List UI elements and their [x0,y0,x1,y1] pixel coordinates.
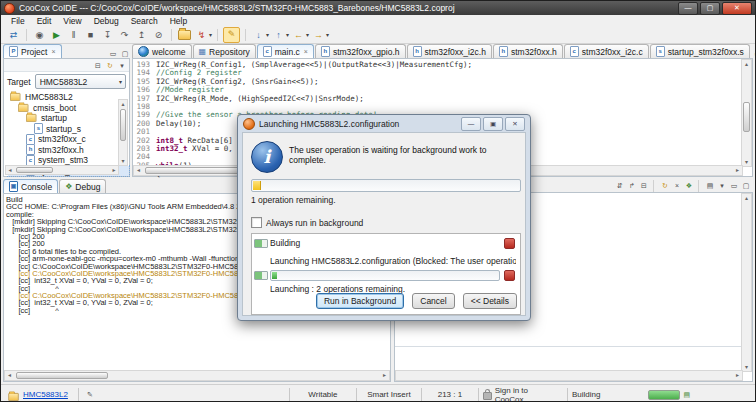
always-background-checkbox[interactable] [251,217,262,228]
stop-debug-icon[interactable]: ⊘ [151,28,166,42]
scroll-right-icon[interactable]: ▸ [733,371,742,379]
scroll-right-icon[interactable]: ▸ [110,166,118,174]
maximize-view-icon[interactable]: ▢ [741,181,751,190]
menu-view[interactable]: View [57,16,87,26]
scroll-down-icon[interactable]: ▾ [742,158,751,166]
dialog-minimize-button[interactable]: — [461,117,481,131]
editor-vscrollbar[interactable]: ▴ ▾ [741,59,752,167]
tab-stm32f0xx-i2c-c[interactable]: cstm32f0xx_i2c.c [564,44,649,58]
run-icon[interactable]: ▶ [49,28,64,42]
tab-console[interactable]: ▣ Console [3,179,58,193]
scroll-left-icon[interactable]: ◂ [5,371,14,379]
dialog-title-bar[interactable]: Launching HMC5883L2.configuration — ▣ ✕ [238,115,530,132]
forward-icon[interactable]: → [311,28,326,42]
scrollbar-thumb[interactable] [16,167,53,173]
highlight-build-icon[interactable]: ✎ [223,27,240,43]
word-wrap-icon[interactable]: ↱ [627,181,637,190]
scroll-lock-icon[interactable]: ⇵ [615,181,625,190]
menu-help[interactable]: Help [164,16,193,26]
always-background-row[interactable]: Always run in background [251,217,363,228]
tab-repository[interactable]: ▦Repository [193,44,256,58]
link-with-editor-icon[interactable]: ⊟ [93,61,103,70]
run-in-background-button[interactable]: Run in Background [316,293,404,309]
tree-item-cmsis-boot[interactable]: cmsis_boot [8,103,129,114]
scroll-down-icon[interactable]: ▾ [119,157,127,165]
fast-view-project[interactable]: HMC5883L2 [1,390,74,400]
tree-item-project-root[interactable]: HMC5883L2 [8,92,129,103]
step-over-icon[interactable]: ↷ [117,28,132,42]
switch-perspective-icon[interactable]: ⇄ [6,28,21,42]
dropdown-caret-icon[interactable]: ▾ [209,31,212,38]
tab-stm32f0xx-gpio-h[interactable]: hstm32f0xx_gpio.h [315,44,406,58]
scrollbar-thumb[interactable] [743,102,750,132]
maximize-view-icon[interactable]: ▢ [120,49,130,58]
tab-main-c[interactable]: cmain.c× [257,44,314,58]
stop-launch-button[interactable] [504,270,515,281]
minimize-view-icon[interactable]: ▭ [108,49,118,58]
step-into-icon[interactable]: ↧ [100,28,115,42]
tab-welcome[interactable]: welcome [132,44,192,58]
tab-project[interactable]: P Project × [3,44,62,58]
menu-search[interactable]: Search [125,16,164,26]
stop-build-button[interactable] [504,238,515,249]
minimize-button[interactable]: — [678,2,698,15]
menu-debug[interactable]: Debug [88,16,125,26]
close-tab-icon[interactable]: × [304,48,308,55]
open-console-icon[interactable]: ▤ [705,181,715,190]
tree-item-stm32f0xx-h[interactable]: hstm32f0xx.h [8,145,129,156]
signin-item[interactable]: Sign in to CooCox... [483,386,563,402]
scroll-down-icon[interactable]: ▾ [742,363,751,371]
dialog-close-button[interactable]: ✕ [505,117,525,131]
tree-item-startup[interactable]: startup [8,113,129,124]
details-button[interactable]: << Details [463,293,517,309]
scroll-right-icon[interactable]: ▸ [380,371,389,379]
view-menu-icon[interactable]: ▾ [717,181,727,190]
remove-terminated-icon[interactable]: × [672,181,682,190]
background-jobs-icon[interactable]: ▤ [682,390,692,399]
console-hscrollbar[interactable]: ◂ ▸ [4,370,390,381]
right-hscrollbar[interactable]: ▸ [395,370,743,381]
tree-item-startup-s[interactable]: sstartup_s [8,124,129,135]
refresh-icon[interactable]: ↻ [660,181,670,190]
tab-stm32f0xx-h[interactable]: hstm32f0xx.h [493,44,563,58]
stop-icon[interactable]: ■ [83,28,98,42]
tree-item-system-stm32[interactable]: csystem_stm3 [8,155,129,166]
refresh-icon[interactable]: ↻ [105,61,115,70]
scrollbar-thumb[interactable] [120,109,126,141]
scroll-left-icon[interactable]: ◂ [134,166,143,174]
pause-icon[interactable]: ‖ [66,28,81,42]
close-tab-icon[interactable]: × [51,48,55,55]
dropdown-caret-icon[interactable]: ▾ [306,31,309,38]
project-hscrollbar[interactable]: ◂ ▸ [5,165,119,175]
scroll-right-icon[interactable]: ▸ [733,166,742,174]
debug-view-icon[interactable]: ❖ [684,181,694,190]
dropdown-caret-icon[interactable]: ▾ [266,31,269,38]
dropdown-caret-icon[interactable]: ▾ [326,31,329,38]
project-link[interactable]: HMC5883L2 [23,390,68,399]
right-vscrollbar[interactable]: ▴ ▾ [741,193,752,372]
back-icon[interactable]: ← [291,28,306,42]
tab-startup-stm32f0xx-s[interactable]: sstartup_stm32f0xx.s [650,44,750,58]
open-folder-icon[interactable] [177,28,192,42]
upload-code-icon[interactable]: ↑ [271,28,286,42]
dialog-maximize-button[interactable]: ▣ [483,117,503,131]
clear-console-icon[interactable]: ⊟ [639,181,649,190]
menu-file[interactable]: File [5,16,31,26]
target-select[interactable]: HMC5883L2 ▾ [35,74,126,89]
flash-program-icon[interactable]: ↯ [194,28,209,42]
step-out-icon[interactable]: ↥ [134,28,149,42]
tree-item-stm32f0xx-c[interactable]: cstm32f0xx_c [8,134,129,145]
cancel-button[interactable]: Cancel [412,293,454,309]
maximize-button[interactable]: ▢ [700,2,720,15]
view-menu-icon[interactable]: ▾ [117,61,127,70]
project-vscrollbar[interactable]: ▴ ▾ [118,99,128,166]
tab-debug[interactable]: ❖ Debug [59,179,106,193]
scroll-up-icon[interactable]: ▴ [119,100,127,108]
scroll-up-icon[interactable]: ▴ [742,194,751,202]
scroll-up-icon[interactable]: ▴ [742,60,751,68]
menu-edit[interactable]: Edit [31,16,58,26]
close-button[interactable]: ✕ [722,2,752,15]
minimize-view-icon[interactable]: ▭ [729,181,739,190]
debug-icon[interactable]: ◉ [32,28,47,42]
download-code-icon[interactable]: ↓ [251,28,266,42]
